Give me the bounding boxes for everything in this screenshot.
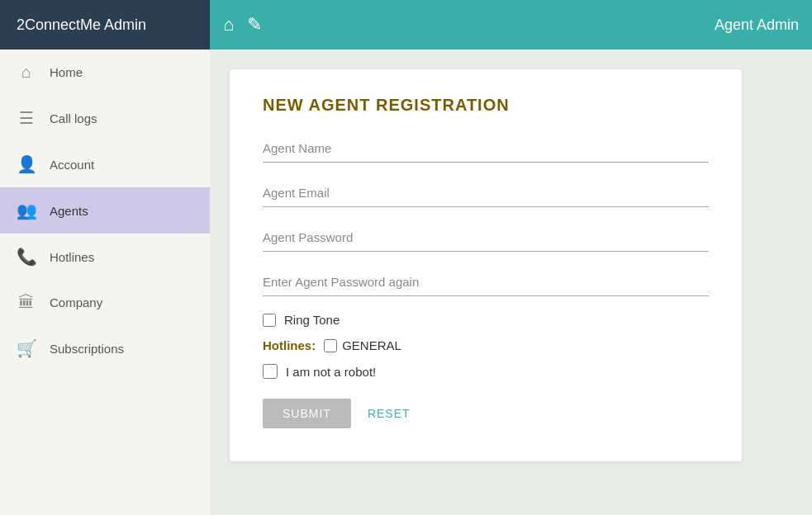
company-icon: 🏛 bbox=[17, 293, 36, 312]
button-row: SUBMIT RESET bbox=[263, 399, 709, 428]
form-title: NEW AGENT REGISTRATION bbox=[263, 96, 709, 115]
reset-button[interactable]: RESET bbox=[368, 407, 411, 420]
ring-tone-checkbox[interactable] bbox=[263, 314, 276, 327]
ring-tone-label: Ring Tone bbox=[284, 313, 340, 327]
sidebar-item-agents[interactable]: 👥 Agents bbox=[0, 187, 210, 234]
ring-tone-row: Ring Tone bbox=[263, 313, 709, 327]
captcha-checkbox[interactable] bbox=[263, 364, 278, 379]
captcha-label: I am not a robot! bbox=[286, 365, 376, 379]
home-icon[interactable]: ⌂ bbox=[223, 14, 234, 35]
sidebar-item-home[interactable]: ⌂ Home bbox=[0, 50, 210, 95]
sidebar-item-label: Call logs bbox=[50, 111, 97, 125]
agent-password-confirm-group bbox=[263, 268, 709, 296]
topbar: ⌂ ✎ Agent Admin bbox=[210, 0, 812, 50]
subscriptions-icon: 🛒 bbox=[17, 338, 36, 358]
hotlines-icon: 📞 bbox=[17, 247, 36, 267]
agent-email-input[interactable] bbox=[263, 179, 709, 207]
sidebar-item-label: Company bbox=[50, 295, 102, 309]
sidebar: ⌂ Home ☰ Call logs 👤 Account 👥 Agents 📞 … bbox=[0, 50, 210, 515]
agent-password-confirm-input[interactable] bbox=[263, 268, 709, 296]
edit-icon[interactable]: ✎ bbox=[247, 14, 262, 35]
sidebar-item-account[interactable]: 👤 Account bbox=[0, 141, 210, 187]
sidebar-item-label: Hotlines bbox=[50, 250, 94, 264]
hotlines-row: Hotlines: GENERAL bbox=[263, 338, 709, 352]
agent-name-input[interactable] bbox=[263, 135, 709, 163]
captcha-row: I am not a robot! bbox=[263, 364, 709, 379]
sidebar-item-company[interactable]: 🏛 Company bbox=[0, 280, 210, 325]
general-checkbox[interactable] bbox=[324, 339, 337, 352]
list-icon: ☰ bbox=[17, 108, 36, 128]
main-content: NEW AGENT REGISTRATION Ring Tone bbox=[210, 50, 812, 515]
sidebar-item-subscriptions[interactable]: 🛒 Subscriptions bbox=[0, 325, 210, 371]
submit-button[interactable]: SUBMIT bbox=[263, 399, 351, 428]
agent-password-input[interactable] bbox=[263, 224, 709, 252]
agents-icon: 👥 bbox=[17, 201, 36, 220]
sidebar-item-label: Home bbox=[50, 65, 83, 79]
home-icon: ⌂ bbox=[17, 63, 36, 82]
topbar-title: Agent Admin bbox=[715, 17, 799, 34]
general-label: GENERAL bbox=[342, 338, 401, 352]
sidebar-item-label: Subscriptions bbox=[50, 342, 124, 356]
agent-password-group bbox=[263, 224, 709, 252]
account-icon: 👤 bbox=[17, 154, 36, 174]
hotlines-label: Hotlines: bbox=[263, 338, 316, 352]
sidebar-item-call-logs[interactable]: ☰ Call logs bbox=[0, 95, 210, 141]
app-title-bar: 2ConnectMe Admin bbox=[0, 0, 210, 50]
sidebar-item-hotlines[interactable]: 📞 Hotlines bbox=[0, 234, 210, 280]
app-title: 2ConnectMe Admin bbox=[17, 17, 146, 34]
agent-name-group bbox=[263, 135, 709, 163]
general-option: GENERAL bbox=[324, 338, 401, 352]
agent-email-group bbox=[263, 179, 709, 207]
sidebar-item-label: Agents bbox=[50, 204, 88, 218]
registration-card: NEW AGENT REGISTRATION Ring Tone bbox=[230, 69, 742, 461]
sidebar-item-label: Account bbox=[50, 158, 94, 172]
